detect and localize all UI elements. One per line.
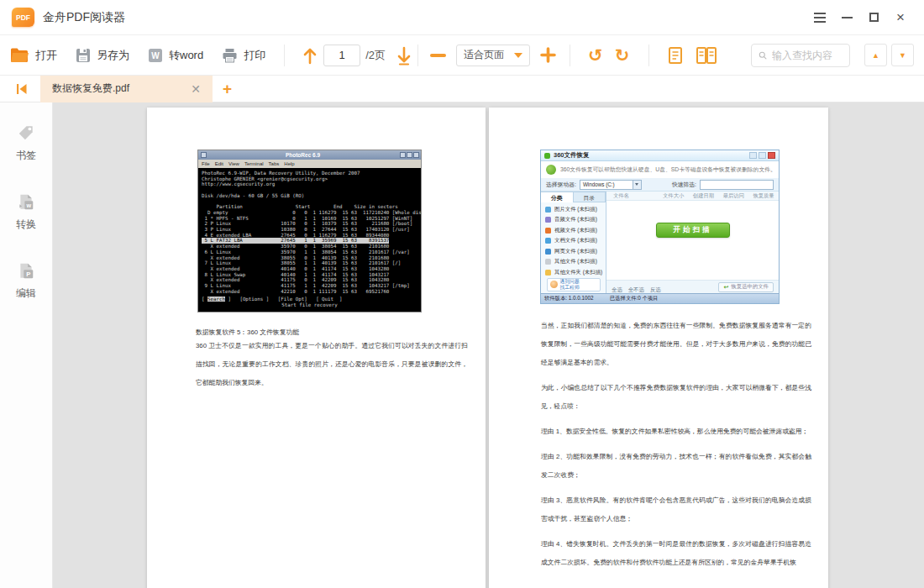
photorec-minimize-icon bbox=[400, 152, 406, 158]
two-page-view-button[interactable] bbox=[696, 46, 717, 65]
category-label: 其他文件夹 (未扫描) bbox=[554, 269, 602, 276]
convert-word-button[interactable]: W 转word bbox=[148, 48, 203, 63]
search-box bbox=[751, 44, 850, 67]
terminal-line: 9 L Linux 41175 1 1 42209 15 63 1043217 … bbox=[202, 283, 417, 289]
page-number-input[interactable] bbox=[323, 45, 360, 66]
prev-page-button[interactable] bbox=[302, 45, 318, 66]
tab-active-document[interactable]: 数据恢复免费.pdf ✕ bbox=[40, 76, 213, 102]
minimize-button[interactable] bbox=[833, 5, 860, 30]
search-option: Search bbox=[207, 297, 225, 302]
terminal-line: 1 * HPFS - NTFS 0 1 1 10169 15 63 102512… bbox=[202, 216, 417, 222]
open-button[interactable]: 打开 bbox=[10, 47, 57, 63]
main-menu-button[interactable] bbox=[806, 5, 833, 30]
photorec-close-icon bbox=[413, 152, 419, 158]
zoom-out-button[interactable] bbox=[430, 54, 446, 57]
sidebar-item-convert[interactable]: w 转换 bbox=[16, 193, 36, 232]
r360-category-item: 视频文件 (未扫描) bbox=[541, 225, 606, 236]
sidebar: 书签 w 转换 P 编辑 bbox=[0, 102, 53, 588]
single-page-view-button[interactable] bbox=[667, 46, 684, 65]
category-label: 文档文件 (未扫描) bbox=[554, 237, 597, 244]
arrow-up-icon bbox=[302, 45, 318, 66]
r360-titlebar: 360文件恢复 bbox=[541, 150, 779, 161]
photorec-titlebar: PhotoRec 6.9 bbox=[198, 150, 421, 160]
drive-select: Windows (C:) bbox=[580, 180, 642, 190]
print-button[interactable]: 打印 bbox=[222, 48, 265, 63]
maximize-icon bbox=[869, 13, 879, 22]
engineer-avatar-icon bbox=[550, 281, 558, 288]
rotate-left-button[interactable]: ↺ bbox=[588, 46, 603, 64]
separator bbox=[417, 45, 418, 66]
recover-arrow-icon: ↩ bbox=[723, 284, 728, 291]
photorec-menubar: FileEditViewTerminalTabsHelp bbox=[198, 160, 421, 168]
r360-close-icon bbox=[768, 152, 775, 159]
new-tab-button[interactable]: + bbox=[223, 81, 232, 97]
pdf-page-2: 360文件恢复 360文件恢复可以帮助您快速从硬盘、U盘、SD卡等磁盘设备中恢复… bbox=[489, 108, 828, 588]
category-icon bbox=[545, 259, 551, 265]
convert-word-icon: w bbox=[17, 193, 35, 212]
terminal-line: 6 L Linux 35970 1 1 38054 15 63 2101617 … bbox=[202, 249, 417, 255]
category-icon bbox=[545, 207, 551, 213]
bookmark-tag-icon bbox=[17, 124, 35, 143]
r360-recover-button: ↩恢复选中的文件 bbox=[718, 282, 774, 292]
edit-pdf-icon: P bbox=[17, 262, 35, 281]
svg-text:W: W bbox=[151, 51, 160, 60]
sidebar-item-bookmarks[interactable]: 书签 bbox=[16, 124, 36, 163]
save-as-button[interactable]: 另存为 bbox=[76, 48, 129, 63]
sidebar-item-label: 编辑 bbox=[16, 286, 36, 301]
document-viewer[interactable]: PhotoRec 6.9 FileEditViewTerminalTabsHel… bbox=[53, 102, 924, 588]
r360-help-box: 遇到问题找工程师 bbox=[547, 278, 601, 291]
triangle-up-icon: ▲ bbox=[872, 51, 879, 60]
column-header: 文件名 bbox=[606, 192, 659, 200]
drive-value: Windows (C:) bbox=[583, 181, 615, 187]
document-paragraph: 理由 1、数据安全性低。恢复的文件如果私密性较高，那么使用免费的可能会被泄露或盗… bbox=[541, 423, 811, 441]
column-header: 恢复质量 bbox=[748, 192, 779, 200]
photorec-menu-item: Help bbox=[284, 161, 294, 166]
r360-statusbar: 软件版本: 1.0.0.1002 已选择文件:0 个项目 bbox=[541, 293, 779, 303]
close-button[interactable]: × bbox=[887, 5, 914, 30]
terminal-line: 8 L Linux Swap 40140 1 1 41174 15 63 104… bbox=[202, 272, 417, 278]
maximize-button[interactable] bbox=[860, 5, 887, 30]
select-link: 全选 bbox=[612, 286, 622, 292]
photorec-menu-item: View bbox=[228, 161, 239, 166]
hamburger-icon bbox=[814, 10, 826, 25]
column-header: 最后访问 bbox=[718, 192, 748, 200]
next-page-button[interactable] bbox=[396, 45, 412, 66]
zoom-mode-select[interactable]: 适合页面 bbox=[456, 45, 530, 66]
app-body: 书签 w 转换 P 编辑 PhotoRec 6.9 FileEditViewTe… bbox=[0, 102, 924, 588]
r360-scan-button: 开始扫描 bbox=[656, 223, 730, 238]
category-label: 网页文件 (未扫描) bbox=[554, 248, 597, 255]
find-next-button[interactable]: ▼ bbox=[891, 44, 914, 66]
toolbar: 打开 另存为 W 转word 打印 /2页 适合页面 ↺ ↻ ▲ ▼ bbox=[0, 35, 924, 76]
find-previous-button[interactable]: ▲ bbox=[864, 44, 887, 66]
save-as-label: 另存为 bbox=[97, 48, 129, 63]
category-icon bbox=[545, 249, 551, 255]
svg-text:w: w bbox=[26, 202, 32, 209]
document-paragraph: 理由 4、错失恢复时机。文件丢失的第一时间是最佳的数据恢复，多次对磁盘进行扫描容… bbox=[541, 535, 811, 572]
sidebar-item-edit[interactable]: P 编辑 bbox=[16, 262, 36, 301]
photorec-window-icon bbox=[201, 152, 207, 158]
dropdown-icon bbox=[633, 181, 641, 189]
r360-tab-directory: 目录 bbox=[574, 192, 606, 202]
recovery360-screenshot: 360文件恢复 360文件恢复可以帮助您快速从硬盘、U盘、SD卡等磁盘设备中恢复… bbox=[540, 150, 780, 304]
terminal-line: D empty 0 0 1 116279 15 63 117210240 [Wh… bbox=[202, 210, 417, 216]
pdf-page-1: PhotoRec 6.9 FileEditViewTerminalTabsHel… bbox=[147, 108, 486, 588]
terminal-line: 3 P Linux 10380 0 1 27644 15 63 17403120… bbox=[202, 227, 417, 233]
arrow-down-icon bbox=[396, 45, 412, 66]
photorec-screenshot: PhotoRec 6.9 FileEditViewTerminalTabsHel… bbox=[197, 150, 422, 312]
collapse-tabs-button[interactable] bbox=[15, 81, 29, 97]
category-icon bbox=[545, 270, 551, 276]
r360-category-item: 其他文件夹 (未扫描) bbox=[541, 267, 606, 278]
zoom-in-button[interactable] bbox=[540, 47, 556, 63]
photorec-menu-item: Edit bbox=[215, 161, 223, 166]
r360-maximize-icon bbox=[759, 152, 766, 159]
terminal-line: http://www.cgsecurity.org bbox=[202, 181, 417, 187]
tab-close-icon[interactable]: ✕ bbox=[187, 81, 204, 97]
terminal-line: X extended 40140 0 1 41174 15 63 1043280 bbox=[202, 266, 417, 272]
category-icon bbox=[545, 228, 551, 234]
category-label: 音频文件 (未扫描) bbox=[554, 216, 597, 223]
rotate-right-button[interactable]: ↻ bbox=[615, 46, 630, 64]
category-label: 图片文件 (未扫描) bbox=[554, 206, 597, 213]
search-input[interactable] bbox=[772, 50, 843, 61]
photorec-terminal: PhotoRec 6.9-WIP, Data Recovery Utility,… bbox=[198, 168, 421, 312]
terminal-line: X extended 38055 0 1 40139 15 63 2101680 bbox=[202, 255, 417, 261]
